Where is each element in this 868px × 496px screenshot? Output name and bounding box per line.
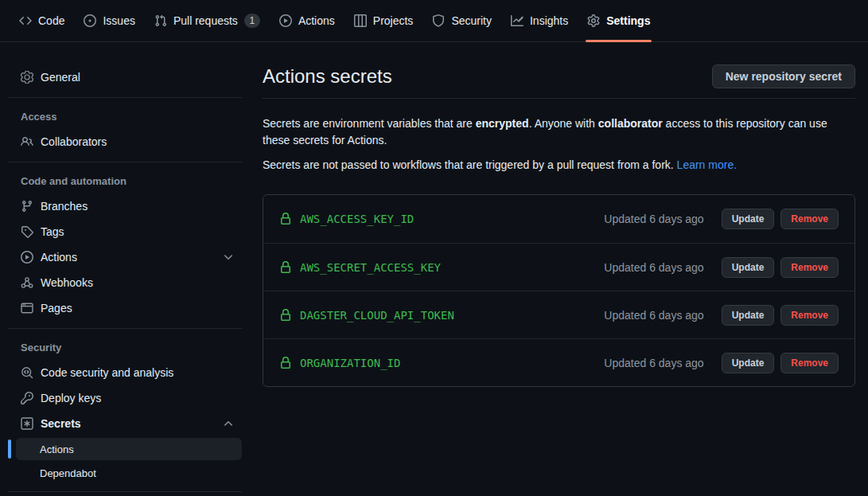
sidebar-subitem-secrets-dependabot[interactable]: Dependabot — [16, 462, 242, 484]
chevron-up-icon — [222, 417, 235, 430]
secret-updated: Updated 6 days ago — [604, 309, 703, 322]
sidebar-section-access: Access — [8, 105, 242, 129]
tab-projects[interactable]: Projects — [348, 0, 420, 41]
secrets-description: Secrets are environment variables that a… — [263, 115, 855, 149]
browser-icon — [21, 302, 33, 314]
tab-label: Code — [38, 14, 64, 27]
sidebar-item-label: Deploy keys — [41, 392, 101, 404]
sidebar-item-label: Tags — [41, 225, 64, 238]
secret-name: AWS_ACCESS_KEY_ID — [300, 213, 414, 225]
shield-icon — [432, 14, 445, 27]
secret-row: AWS_SECRET_ACCESS_KEY Updated 6 days ago… — [263, 243, 854, 291]
secret-updated: Updated 6 days ago — [604, 213, 703, 225]
pull-requests-count-badge: 1 — [244, 14, 260, 28]
key-asterisk-icon — [21, 417, 33, 430]
sidebar-item-webhooks[interactable]: Webhooks — [8, 270, 242, 295]
tab-label: Projects — [373, 14, 414, 27]
lock-icon — [279, 357, 292, 369]
issue-opened-icon — [84, 14, 96, 27]
sidebar-subitem-secrets-actions[interactable]: Actions — [16, 438, 242, 460]
webhook-icon — [21, 276, 33, 289]
sidebar-item-label: Pages — [41, 302, 72, 314]
update-secret-button[interactable]: Update — [722, 257, 775, 278]
sidebar-divider — [8, 162, 242, 162]
tab-settings[interactable]: Settings — [581, 0, 656, 41]
tab-code[interactable]: Code — [13, 0, 71, 41]
secret-row: DAGSTER_CLOUD_API_TOKEN Updated 6 days a… — [263, 291, 854, 338]
sidebar-item-label: Branches — [41, 200, 88, 213]
secret-name: ORGANIZATION_ID — [300, 357, 400, 369]
gear-icon — [21, 71, 33, 84]
tab-label: Actions — [298, 14, 335, 27]
update-secret-button[interactable]: Update — [722, 353, 775, 373]
secrets-list: AWS_ACCESS_KEY_ID Updated 6 days ago Upd… — [263, 194, 855, 387]
graph-icon — [511, 14, 524, 27]
sidebar-divider — [8, 328, 242, 329]
new-repository-secret-button[interactable]: New repository secret — [712, 64, 855, 88]
sidebar-item-actions[interactable]: Actions — [8, 244, 242, 270]
play-icon — [279, 14, 292, 27]
tag-icon — [21, 225, 33, 238]
description-text: Secrets are environment variables that a… — [263, 117, 476, 130]
remove-secret-button[interactable]: Remove — [780, 209, 839, 229]
tab-actions[interactable]: Actions — [273, 0, 341, 41]
sidebar-item-pages[interactable]: Pages — [8, 295, 242, 321]
tab-label: Settings — [606, 14, 650, 27]
sidebar-item-label: Code security and analysis — [41, 366, 173, 379]
sidebar-subitem-label: Dependabot — [40, 467, 96, 479]
tab-pull-requests[interactable]: Pull requests 1 — [148, 0, 267, 41]
sidebar-divider — [8, 491, 242, 492]
sidebar-item-label: Collaborators — [41, 135, 107, 148]
secret-name: DAGSTER_CLOUD_API_TOKEN — [300, 309, 454, 322]
sidebar-section-code-and-automation: Code and automation — [8, 170, 242, 193]
lock-icon — [279, 309, 292, 322]
people-icon — [21, 135, 33, 148]
learn-more-link[interactable]: Learn more. — [677, 158, 737, 171]
sidebar-item-branches[interactable]: Branches — [8, 193, 242, 219]
remove-secret-button[interactable]: Remove — [780, 257, 839, 278]
codescan-icon — [21, 366, 33, 379]
secret-updated: Updated 6 days ago — [604, 357, 703, 369]
git-branch-icon — [21, 200, 33, 213]
remove-secret-button[interactable]: Remove — [780, 305, 839, 326]
update-secret-button[interactable]: Update — [722, 209, 775, 229]
sidebar-item-secrets[interactable]: Secrets — [8, 411, 242, 436]
header-divider — [263, 98, 855, 99]
description-text: . Anyone with — [529, 117, 598, 130]
sidebar-item-label: Webhooks — [41, 276, 93, 289]
lock-icon — [279, 261, 292, 274]
sidebar-item-deploy-keys[interactable]: Deploy keys — [8, 385, 242, 411]
remove-secret-button[interactable]: Remove — [780, 353, 839, 373]
play-icon — [21, 251, 33, 264]
tab-label: Issues — [103, 14, 134, 27]
sidebar-item-label: Actions — [41, 251, 77, 264]
sidebar-section-security: Security — [8, 336, 242, 360]
sidebar-item-general[interactable]: General — [8, 64, 242, 90]
fork-note: Secrets are not passed to workflows that… — [263, 157, 855, 174]
lock-icon — [279, 213, 292, 225]
page-title: Actions secrets — [263, 65, 392, 88]
secret-name: AWS_SECRET_ACCESS_KEY — [300, 261, 441, 274]
pull-request-icon — [154, 14, 167, 27]
chevron-down-icon — [222, 251, 235, 264]
secret-updated: Updated 6 days ago — [604, 261, 703, 274]
update-secret-button[interactable]: Update — [722, 305, 775, 326]
sidebar-item-tags[interactable]: Tags — [8, 219, 242, 244]
secret-row: AWS_ACCESS_KEY_ID Updated 6 days ago Upd… — [263, 195, 854, 243]
sidebar-subitem-label: Actions — [40, 443, 74, 455]
fork-note-text: Secrets are not passed to workflows that… — [263, 158, 677, 171]
tab-issues[interactable]: Issues — [77, 0, 141, 41]
tab-label: Security — [451, 14, 492, 27]
sidebar-item-label: General — [41, 71, 80, 84]
description-bold-encrypted: encrypted — [476, 117, 529, 130]
tab-label: Pull requests — [173, 14, 238, 27]
sidebar-divider — [8, 97, 242, 98]
tab-insights[interactable]: Insights — [504, 0, 574, 41]
projects-icon — [354, 14, 367, 27]
sidebar-item-collaborators[interactable]: Collaborators — [8, 129, 242, 154]
gear-icon — [587, 14, 600, 27]
key-icon — [21, 392, 33, 404]
sidebar-item-code-security[interactable]: Code security and analysis — [8, 360, 242, 385]
repo-tab-bar: Code Issues Pull requests 1 Actions Proj… — [0, 0, 868, 42]
tab-security[interactable]: Security — [426, 0, 498, 41]
